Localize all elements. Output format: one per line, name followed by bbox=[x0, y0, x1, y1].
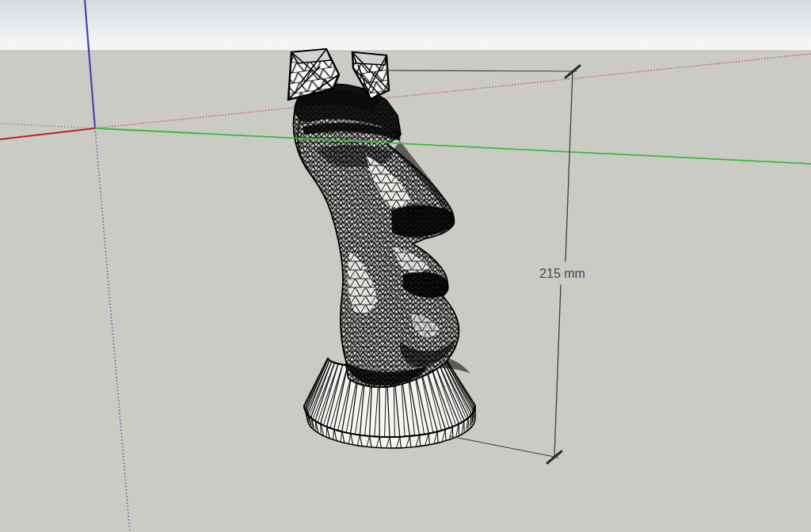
scene-canvas[interactable]: 215 mm bbox=[0, 0, 811, 532]
base-mesh-line bbox=[452, 427, 453, 439]
dimension-label[interactable]: 215 mm bbox=[539, 267, 585, 280]
sky bbox=[0, 0, 811, 51]
3d-viewport[interactable]: 215 mm bbox=[0, 0, 811, 532]
base-mesh-line bbox=[445, 429, 446, 441]
base-mesh-line bbox=[326, 427, 327, 437]
